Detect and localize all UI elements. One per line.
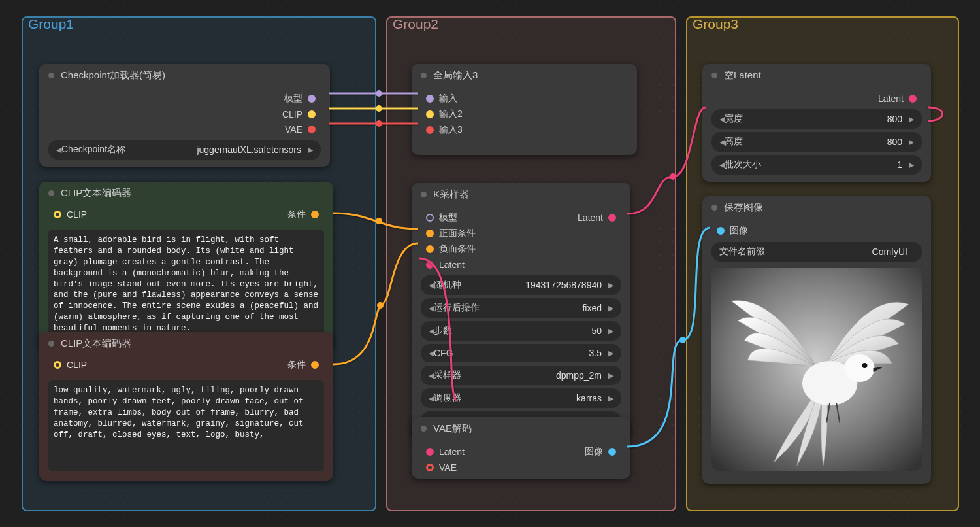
cfg-widget[interactable]: ◀CFG3.5▶ [421, 344, 621, 362]
empty-latent-node[interactable]: 空Latent Latent ◀宽度800▶ ◀高度800▶ ◀批次大小1▶ [702, 64, 931, 182]
port-icon[interactable] [426, 95, 434, 103]
port-latent-icon[interactable] [909, 95, 917, 103]
output-model-slot[interactable]: 模型 [39, 91, 330, 107]
group3-title: Group3 [693, 16, 738, 32]
vae-decode-node[interactable]: VAE解码 Latent 图像 VAE [412, 417, 630, 479]
node-title: 保存图像 [724, 201, 763, 214]
node-header[interactable]: 全局输入3 [412, 64, 637, 87]
node-header[interactable]: CLIP文本编码器 [39, 182, 333, 205]
node-title: Checkpoint加载器(简易) [61, 69, 165, 82]
collapse-dot-icon[interactable] [421, 192, 427, 197]
port-latent-icon[interactable] [426, 448, 434, 456]
collapse-dot-icon[interactable] [711, 73, 717, 78]
checkpoint-loader-node[interactable]: Checkpoint加载器(简易) 模型 CLIP VAE ◀ Checkpoi… [39, 64, 330, 167]
node-header[interactable]: VAE解码 [412, 417, 630, 440]
output-vae-slot[interactable]: VAE [39, 122, 330, 137]
sampler-widget[interactable]: ◀采样器dpmpp_2m▶ [421, 366, 621, 385]
port-icon[interactable] [426, 110, 434, 118]
prompt-textarea[interactable]: A small, adorable bird is in flight, wit… [48, 230, 324, 339]
output-clip-slot[interactable]: CLIP [39, 107, 330, 122]
width-widget[interactable]: ◀宽度800▶ [711, 109, 922, 129]
input-clip-slot[interactable]: CLIP [48, 209, 87, 220]
port-clip-icon[interactable] [308, 110, 316, 118]
svg-point-0 [376, 90, 382, 97]
node-header[interactable]: 保存图像 [702, 196, 931, 219]
node-title: K采样器 [433, 188, 469, 201]
filename-prefix-widget[interactable]: 文件名前缀ComfyUI [711, 242, 922, 262]
steps-widget[interactable]: ◀步数50▶ [421, 321, 621, 341]
collapse-dot-icon[interactable] [48, 73, 54, 78]
collapse-dot-icon[interactable] [421, 426, 427, 432]
node-title: CLIP文本编码器 [61, 187, 131, 199]
node-title: 全局输入3 [433, 69, 478, 82]
input-model-slot[interactable]: 模型 [421, 212, 457, 224]
input-positive-slot[interactable]: 正面条件 [412, 226, 630, 241]
input-latent-slot[interactable]: Latent [421, 447, 465, 457]
output-image-slot[interactable]: 图像 [585, 446, 621, 458]
save-image-node[interactable]: 保存图像 图像 文件名前缀ComfyUI [702, 196, 931, 484]
height-widget[interactable]: ◀高度800▶ [711, 132, 922, 152]
node-header[interactable]: K采样器 [412, 183, 630, 206]
input-image-slot[interactable]: 图像 [702, 223, 931, 239]
node-title: 空Latent [724, 69, 761, 82]
collapse-dot-icon[interactable] [711, 205, 717, 211]
ksampler-node[interactable]: K采样器 模型 Latent 正面条件 负面条件 Latent ◀随机种1943… [412, 183, 630, 438]
port-icon[interactable] [426, 126, 434, 134]
group2-title: Group2 [393, 16, 438, 32]
svg-point-1 [376, 105, 382, 112]
clip-negative-node[interactable]: CLIP文本编码器 CLIP 条件 low quality, watermark… [39, 332, 333, 481]
arrow-right-icon[interactable]: ▶ [308, 146, 313, 154]
output-latent-slot[interactable]: Latent [578, 212, 621, 223]
port-image-icon[interactable] [717, 227, 725, 235]
seed-widget[interactable]: ◀随机种194317256878940▶ [421, 275, 621, 295]
port-conditioning-icon[interactable] [311, 361, 319, 369]
collapse-dot-icon[interactable] [48, 190, 54, 196]
collapse-dot-icon[interactable] [421, 73, 427, 78]
port-conditioning-icon[interactable] [311, 211, 319, 218]
svg-point-10 [862, 363, 867, 368]
input-vae-slot[interactable]: VAE [412, 460, 630, 475]
port-icon[interactable] [426, 261, 434, 269]
input1-slot[interactable]: 输入 [412, 91, 637, 107]
svg-point-9 [844, 354, 874, 382]
global-input-node[interactable]: 全局输入3 输入 输入2 输入3 [412, 64, 637, 155]
port-clip-icon[interactable] [54, 211, 61, 218]
input-clip-slot[interactable]: CLIP [48, 360, 87, 370]
prompt-textarea[interactable]: low quality, watermark, ugly, tiling, po… [48, 380, 324, 471]
node-header[interactable]: CLIP文本编码器 [39, 332, 333, 355]
port-icon[interactable] [426, 245, 434, 253]
port-icon[interactable] [426, 230, 434, 237]
svg-point-2 [376, 120, 382, 127]
port-vae-icon[interactable] [426, 464, 434, 471]
svg-point-4 [377, 302, 384, 309]
input2-slot[interactable]: 输入2 [412, 107, 637, 122]
output-preview-image [711, 268, 922, 471]
checkpoint-name-widget[interactable]: ◀ Checkpoint名称 juggernautXL.safetensors … [48, 140, 321, 160]
collapse-dot-icon[interactable] [48, 341, 54, 347]
clip-positive-node[interactable]: CLIP文本编码器 CLIP 条件 A small, adorable bird… [39, 182, 333, 348]
input-negative-slot[interactable]: 负面条件 [412, 241, 630, 257]
arrow-left-icon[interactable]: ◀ [56, 146, 61, 154]
node-title: CLIP文本编码器 [61, 337, 131, 350]
svg-point-6 [679, 337, 686, 343]
batch-widget[interactable]: ◀批次大小1▶ [711, 155, 922, 175]
port-model-icon[interactable] [426, 214, 434, 222]
port-model-icon[interactable] [308, 95, 316, 103]
output-conditioning-slot[interactable]: 条件 [287, 359, 324, 371]
scheduler-widget[interactable]: ◀调度器karras▶ [421, 388, 621, 408]
bird-illustration-icon [711, 268, 922, 471]
port-vae-icon[interactable] [308, 126, 316, 133]
node-title: VAE解码 [433, 422, 472, 435]
input3-slot[interactable]: 输入3 [412, 122, 637, 138]
port-clip-icon[interactable] [54, 361, 61, 369]
input-latent-slot[interactable]: Latent [412, 257, 630, 272]
group1-title: Group1 [28, 16, 74, 32]
output-conditioning-slot[interactable]: 条件 [287, 209, 324, 220]
port-image-icon[interactable] [608, 448, 616, 456]
svg-point-3 [376, 218, 382, 224]
output-latent-slot[interactable]: Latent [702, 91, 931, 106]
control-after-widget[interactable]: ◀运行后操作fixed▶ [421, 298, 621, 318]
port-latent-icon[interactable] [608, 214, 616, 222]
node-header[interactable]: Checkpoint加载器(简易) [39, 64, 330, 87]
node-header[interactable]: 空Latent [702, 64, 931, 87]
